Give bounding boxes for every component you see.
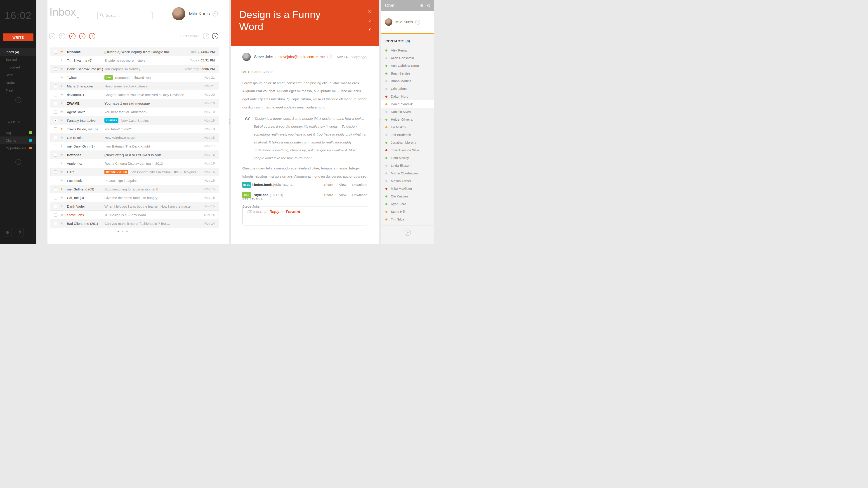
email-row[interactable]: ★Apple Inc.Retina Cinema Display coming … [50,159,219,168]
checkbox[interactable] [54,127,57,131]
checkbox[interactable] [54,205,57,208]
star-icon[interactable]: ★ [60,196,64,200]
contact-item-bruno-martins[interactable]: Bruno Martins [381,77,434,85]
add-folder-button[interactable]: + [16,97,21,103]
email-row[interactable]: ★Tim Silva, me (6)Encide needs more Invi… [50,56,219,65]
email-row[interactable]: ★Bad Client, me (201)Can you make it mor… [50,219,219,228]
email-row[interactable]: ★Deftones[Newsletter] KOI NO YOKAN is ou… [50,151,219,159]
page-dot-1[interactable] [118,231,119,232]
sender-email-link[interactable]: stevejobs@apple.com [278,55,314,59]
email-row[interactable]: ★deviantARTCongratulations! You have rec… [50,90,219,99]
star-icon[interactable]: ★ [60,135,64,140]
email-row[interactable]: ★me, Daryl Ginn (2)I am Batman, The Dark… [50,142,219,151]
contact-item-alex-penny[interactable]: Alex Penny [381,46,434,54]
star-icon[interactable]: ★ [60,144,64,148]
checkbox[interactable] [54,85,57,88]
star-icon[interactable]: ★ [60,178,64,183]
checkbox[interactable] [54,153,57,157]
checkbox[interactable]: ✓ [54,170,57,174]
settings-button[interactable]: ⚙ [3,228,12,237]
reply-box[interactable]: Click here to Replyor Forward [242,206,367,225]
star-icon[interactable]: ★ [60,50,64,54]
checkbox[interactable] [54,136,57,139]
sidebar-item-inbox-4[interactable]: Inbox (4) [0,48,36,56]
email-row[interactable]: ★Maria SharapovaNeed some feedback pleas… [50,82,219,90]
star-icon[interactable]: ★ [60,127,64,131]
star-icon[interactable]: ★ [60,221,64,225]
checkbox[interactable] [54,162,57,165]
add-label-button[interactable]: + [16,159,21,165]
chat-power-icon[interactable] [427,4,430,7]
star-icon[interactable]: ★ [60,161,64,165]
contact-item-cris-labno[interactable]: Cris Labno [381,85,434,93]
sender-details-dropdown-icon[interactable] [327,55,332,59]
contact-item-jos-alves-da-silva[interactable]: José Alves da Silva [381,147,434,154]
star-icon[interactable]: ★ [60,153,64,157]
checkbox[interactable] [54,213,57,217]
email-row[interactable]: ★Dribbble[Dribbble] Work Inquiry from Go… [50,47,219,56]
checkbox[interactable] [54,144,57,148]
contact-item-ana-gabriela-stroe[interactable]: Ana-Gabriela Stroe [381,62,434,70]
checkbox[interactable] [54,110,57,113]
contact-item-ole-kristian[interactable]: Ole Kristian [381,193,434,200]
delete-icon[interactable]: × [79,33,86,39]
attachment-action-download[interactable]: Download [352,183,367,187]
attachment-action-download[interactable]: Download [352,193,367,197]
attachment-name[interactable]: index.html [254,183,271,187]
email-row[interactable]: ★me, Girlfriend (69)Stop designing for a… [50,185,219,193]
email-row[interactable]: ★Travis Bickle, me (3)You talkin’ to me?… [50,125,219,133]
contact-item-jonathan-moreira[interactable]: Jonathan Moreira [381,139,434,147]
star-icon[interactable]: ★ [60,204,64,208]
contact-item-allan-grinshtein[interactable]: Allan Grinshtein [381,54,434,62]
checkbox[interactable]: ✓ [54,119,57,122]
attachment-action-view[interactable]: View [339,183,346,187]
reply-email-icon[interactable] [368,28,371,32]
star-icon[interactable]: ★ [60,213,64,217]
sidebar-label-opportunities[interactable]: Opportunities [0,144,36,152]
forward-icon[interactable] [69,33,75,39]
account-chip[interactable]: Mila Kunis [172,7,218,20]
email-row[interactable]: ✓★HTCOPPORTUNITIESJob Opportunities in C… [50,168,219,176]
select-all-dropdown-icon[interactable] [49,33,55,39]
contact-item-tim-silva[interactable]: Tim Silva [381,216,434,223]
write-button[interactable]: WRITE [3,33,33,41]
contact-item-martin-oberh-user[interactable]: Martin Oberhäuser [381,169,434,177]
star-icon[interactable]: ★ [60,110,64,114]
logout-button[interactable] [15,228,24,237]
checkbox[interactable] [54,93,57,96]
checkbox[interactable] [54,76,57,79]
checkbox[interactable]: ✓ [54,67,57,71]
star-icon[interactable]: ★ [60,170,64,174]
star-icon[interactable]: ★ [60,101,64,105]
contact-item-linda-eliasen[interactable]: Linda Eliasen [381,162,434,169]
attachment-action-view[interactable]: View [339,193,346,197]
email-row[interactable]: ★TwitterTAGSomeone Followed YouNov 21 [50,73,219,82]
checkbox[interactable] [54,50,57,54]
sidebar-label-clients[interactable]: Clients [0,136,36,144]
chat-user-chip[interactable]: Mila Kunis [381,11,434,33]
checkbox[interactable] [54,196,57,199]
checkbox[interactable] [54,179,57,182]
reader-resize-handle[interactable] [379,119,380,124]
chat-settings-icon[interactable]: ⚙ [420,3,423,8]
forward-link[interactable]: Forward [286,210,300,214]
page-dot-2[interactable] [122,231,123,232]
sidebar-item-drafts[interactable]: Drafts [0,79,36,87]
attachment-action-share[interactable]: Share [324,193,333,197]
star-icon[interactable]: ★ [60,67,64,71]
spam-icon[interactable]: ! [89,33,95,39]
email-row[interactable]: ✓★Daniel Sandvik, me (81)Job Proposal in… [50,65,219,73]
reply-link[interactable]: Reply [270,210,279,214]
contact-item-daniela-alves[interactable]: Daniela Alves [381,108,434,116]
checkbox[interactable] [54,222,57,225]
contact-item-ryan-ford[interactable]: Ryan Ford [381,200,434,208]
refresh-icon[interactable] [59,33,65,39]
contact-item-mike-mcalister[interactable]: Mike McAlister [381,185,434,193]
sidebar-item-trash[interactable]: Trash [0,87,36,94]
star-icon[interactable]: ★ [60,75,64,79]
attachment-name[interactable]: style.css [254,193,268,197]
email-row[interactable]: ★Steve JobsDesign is a Funny WordNov 14 [50,210,219,219]
email-row[interactable]: ✓★Fantasy InteractiveCLIENTSNew Case Stu… [50,116,219,125]
contact-item-dalton-hurd[interactable]: Dalton Hurd [381,93,434,100]
sidebar-label-tag[interactable]: Tag [0,129,36,136]
